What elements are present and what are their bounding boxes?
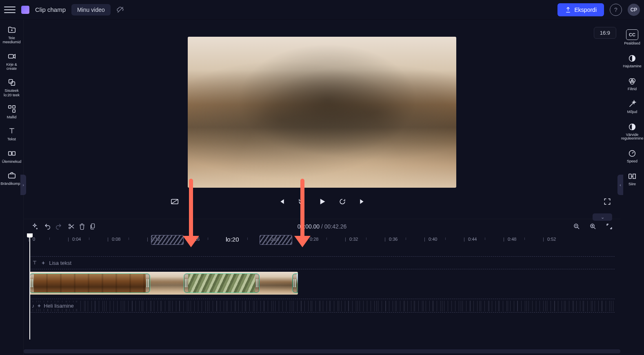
timeline-gap-indicator[interactable] [260, 235, 292, 245]
sidebar-item-colors[interactable]: Värvide reguleerimine [620, 118, 644, 145]
aspect-ratio-button[interactable]: 16:9 [594, 27, 616, 39]
svg-rect-5 [12, 106, 15, 108]
svg-rect-22 [148, 279, 149, 287]
help-button[interactable]: ? [610, 4, 622, 16]
svg-rect-25 [256, 279, 257, 287]
video-clip[interactable] [292, 273, 298, 293]
menu-button[interactable] [4, 4, 16, 16]
ruler-tick: 0:44 [468, 237, 477, 242]
project-title-input[interactable]: Minu video [71, 4, 111, 16]
svg-rect-3 [11, 82, 15, 86]
svg-rect-27 [293, 279, 294, 287]
ruler-tick: 0:36 [389, 237, 398, 242]
clip-handle-right[interactable] [146, 274, 150, 293]
sidebar-item-label: Filtrid [628, 87, 637, 91]
skip-end-button[interactable] [358, 197, 368, 206]
svg-rect-24 [187, 279, 187, 287]
redo-button[interactable] [53, 221, 64, 232]
ruler-tick: 0:52 [547, 237, 556, 242]
clip-handle-left[interactable] [184, 274, 188, 293]
fade-icon [621, 54, 643, 63]
sidebar-item-fade[interactable]: Hajutamine [620, 50, 644, 73]
clip-thumbnails [297, 274, 298, 293]
ai-tools-button[interactable] [29, 221, 40, 232]
svg-rect-10 [8, 174, 15, 178]
clip-handle-left[interactable] [293, 274, 297, 293]
sidebar-item-captions[interactable]: CC Pealdised [620, 25, 644, 50]
audio-track[interactable]: ♪ + Heli lisamine [29, 299, 615, 313]
templates-icon [1, 104, 23, 113]
folder-plus-icon [1, 25, 23, 34]
playback-controls [24, 192, 620, 211]
fit-timeline-button[interactable] [604, 221, 615, 232]
svg-rect-1 [8, 54, 13, 58]
play-button[interactable] [317, 197, 327, 206]
zoom-in-button[interactable] [588, 221, 598, 232]
camera-icon [1, 52, 23, 61]
forward-button[interactable] [338, 197, 347, 206]
collapse-timeline-button[interactable]: ⌄ [593, 213, 612, 221]
export-button[interactable]: Ekspordi [557, 3, 604, 16]
split-button[interactable] [66, 221, 77, 232]
audio-waveform [29, 301, 615, 311]
video-clip[interactable] [29, 273, 150, 293]
timeline[interactable]: 00:040:080:120:160:240:280:320:360:400:4… [24, 233, 620, 355]
avatar[interactable]: CP [628, 4, 640, 16]
sidebar-item-transition[interactable]: Siire [620, 168, 644, 191]
svg-rect-4 [8, 106, 11, 108]
left-sidebar: Teie meediumid Kirje & create Sisuteek l… [0, 20, 24, 355]
sidebar-item-label: Üleminekud [2, 160, 22, 164]
zoom-out-button[interactable] [571, 221, 582, 232]
clip-handle-right[interactable] [255, 274, 259, 293]
sidebar-item-label: Pealdised [624, 41, 640, 45]
svg-rect-16 [91, 224, 95, 228]
sidebar-item-label: Hajutamine [623, 64, 642, 68]
sidebar-item-record[interactable]: Kirje & create [0, 49, 24, 75]
sidebar-item-effects[interactable]: Mõjud [620, 95, 644, 118]
delete-button[interactable] [77, 221, 87, 232]
timeline-gap-indicator[interactable] [151, 235, 184, 245]
library-icon [1, 78, 23, 87]
right-sidebar: CC Pealdised Hajutamine Filtrid Mõjud Vä… [620, 20, 644, 355]
svg-rect-23 [185, 279, 186, 287]
briefcase-icon [1, 171, 23, 180]
timeline-scrollbar[interactable] [24, 349, 620, 353]
video-clip[interactable] [184, 273, 260, 293]
timeline-toolbar: ⌄ 00:00.00 / 00:42.26 [24, 219, 620, 233]
clip-thumbnails [34, 274, 146, 293]
svg-rect-20 [32, 279, 33, 287]
export-label: Ekspordi [575, 7, 597, 13]
sidebar-item-label: Teie meediumid [2, 36, 20, 44]
sidebar-item-filters[interactable]: Filtrid [620, 73, 644, 95]
svg-line-12 [171, 200, 178, 204]
duplicate-button[interactable] [87, 221, 98, 232]
skip-start-button[interactable] [276, 197, 286, 206]
video-preview[interactable] [188, 37, 456, 188]
sidebar-item-label: Tekst [7, 137, 16, 141]
contrast-icon [621, 122, 643, 131]
fullscreen-button[interactable] [602, 197, 612, 206]
app-logo [21, 6, 29, 14]
app-header: Clip champ Minu video Ekspordi ? CP [0, 0, 644, 20]
text-track-label: Lisa tekst [49, 260, 71, 266]
sidebar-item-speed[interactable]: Speed [620, 145, 644, 168]
sidebar-item-templates[interactable]: Mallid [0, 101, 24, 123]
right-panel-toggle[interactable]: ‹ [617, 175, 623, 195]
sidebar-item-label: Mallid [7, 115, 17, 119]
undo-button[interactable] [42, 221, 53, 232]
export-frame-icon[interactable] [170, 197, 180, 206]
timeline-ruler[interactable]: 00:040:080:120:160:240:280:320:360:400:4… [24, 233, 620, 246]
ruler-tick: 0:40 [429, 237, 437, 242]
clip-handle-left[interactable] [30, 274, 34, 293]
music-icon: ♪ [32, 303, 35, 309]
video-track[interactable] [29, 272, 298, 295]
sidebar-item-transitions[interactable]: Üleminekud [0, 146, 24, 168]
sidebar-item-media[interactable]: Teie meediumid [0, 22, 24, 49]
sidebar-item-brand[interactable]: Brändikomplekt [0, 168, 24, 190]
sidebar-item-text[interactable]: Tekst [0, 123, 24, 145]
sidebar-item-library[interactable]: Sisuteek lo:20 teek [0, 75, 24, 101]
text-track[interactable]: + Lisa tekst [29, 256, 615, 269]
playhead[interactable] [29, 233, 30, 339]
timecode: 00:00.00 / 00:42.26 [298, 223, 347, 230]
annotation-arrow [300, 179, 304, 240]
